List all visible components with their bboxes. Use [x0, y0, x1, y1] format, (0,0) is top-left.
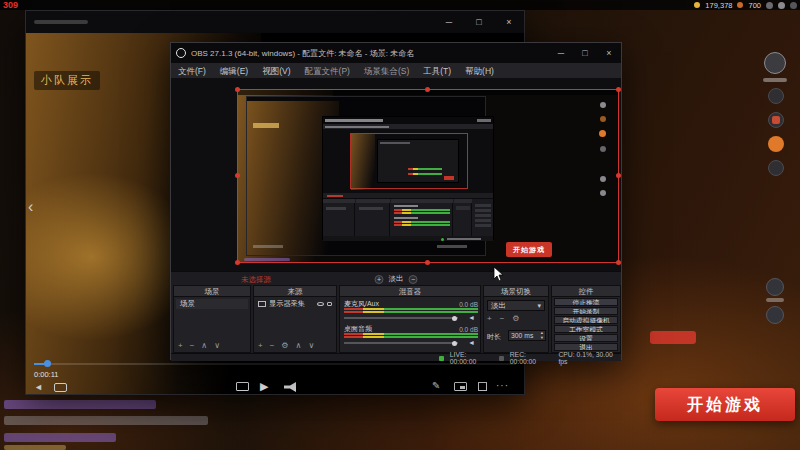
nested2-canvas — [350, 133, 468, 189]
menu-file[interactable]: 文件(F) — [171, 63, 213, 79]
canvas-handle[interactable] — [616, 260, 621, 265]
mixer-ch2-knob[interactable] — [452, 341, 457, 346]
edit-icon[interactable]: ✎ — [432, 381, 440, 391]
menu-tools[interactable]: 工具(T) — [416, 63, 458, 79]
minus-icon[interactable]: − — [409, 275, 418, 284]
studio-mode-button[interactable]: 工作室模式 — [554, 325, 618, 333]
plus-icon[interactable]: + — [178, 341, 183, 351]
obs-preview-area[interactable]: 开始游戏 — [171, 79, 621, 271]
fullscreen-icon[interactable] — [478, 382, 487, 391]
down-icon[interactable]: ∨ — [214, 341, 220, 351]
canvas-handle[interactable] — [425, 260, 430, 265]
close-icon[interactable]: × — [494, 11, 524, 33]
close-icon[interactable]: × — [597, 43, 621, 63]
plus-icon[interactable]: + — [375, 275, 384, 284]
play-icon[interactable]: ▶ — [260, 381, 268, 392]
rank-icon[interactable] — [768, 88, 784, 104]
treasure-icon[interactable] — [766, 278, 784, 296]
scene-list-item[interactable]: 场景 — [176, 299, 248, 309]
scenes-dock-title[interactable]: 场景 — [174, 286, 250, 297]
duration-spinbox[interactable]: 300 ms ▴ ▾ — [508, 330, 546, 341]
nested-dock-header — [323, 199, 355, 203]
no-source-label: 未选择源 — [241, 275, 271, 285]
minimize-icon[interactable]: ─ — [549, 43, 573, 63]
mixer-ch2-slider[interactable] — [344, 342, 458, 344]
player-window-controls: ─ □ × — [434, 11, 524, 33]
mixer-ch1-knob[interactable] — [452, 316, 457, 321]
virtual-camera-button[interactable]: 启动虚拟摄像机 — [554, 316, 618, 324]
treasure-label — [766, 298, 784, 302]
nested-preview-canvas[interactable]: 开始游戏 — [237, 89, 619, 263]
gear-icon[interactable]: ⚙ — [281, 341, 288, 351]
more-icon[interactable]: ··· — [496, 381, 509, 391]
lock-icon[interactable] — [327, 302, 332, 306]
mini-player-icon[interactable] — [454, 382, 467, 391]
nested-live-dot — [441, 238, 444, 241]
plus-icon[interactable]: + — [258, 341, 263, 351]
minus-icon[interactable]: − — [270, 341, 275, 351]
minus-icon[interactable]: − — [190, 341, 195, 351]
exit-button[interactable]: 退出 — [554, 343, 618, 351]
danmaku-icon[interactable] — [54, 383, 67, 392]
maximize-icon[interactable]: □ — [464, 11, 494, 33]
transition-select[interactable]: 淡出 ▾ — [487, 300, 545, 311]
start-recording-button[interactable]: 开始录制 — [554, 307, 618, 315]
promo-badge[interactable] — [650, 331, 696, 344]
nested-chat-blur — [244, 258, 290, 261]
nested-rail-avatar — [600, 102, 606, 108]
quick-transition-label[interactable]: 淡出 — [389, 274, 404, 284]
backpack-icon[interactable] — [766, 306, 784, 324]
gear-icon[interactable]: ⚙ — [512, 314, 519, 323]
spin-down-icon[interactable]: ▾ — [541, 336, 543, 341]
up-icon[interactable]: ∧ — [296, 341, 302, 351]
canvas-handle[interactable] — [235, 260, 240, 265]
up-icon[interactable]: ∧ — [201, 341, 207, 351]
transitions-dock-title[interactable]: 场景切换 — [484, 286, 548, 297]
minus-icon[interactable]: − — [500, 314, 505, 323]
rec-dot-icon — [499, 356, 504, 361]
eye-icon[interactable] — [317, 302, 324, 306]
controls-dock-title[interactable]: 控件 — [552, 286, 620, 297]
canvas-handle[interactable] — [616, 173, 621, 178]
source-list-item[interactable]: 显示器采集 — [256, 299, 334, 309]
menu-profile[interactable]: 配置文件(P) — [298, 63, 357, 79]
share-screen-icon[interactable] — [236, 382, 249, 391]
mini-avatar[interactable] — [778, 2, 785, 9]
nested-status-bar — [323, 236, 493, 241]
progress-track[interactable] — [34, 363, 516, 365]
down-icon[interactable]: ∨ — [308, 341, 314, 351]
settings-button[interactable]: 设置 — [554, 334, 618, 342]
maximize-icon[interactable]: □ — [573, 43, 597, 63]
canvas-handle[interactable] — [425, 87, 430, 92]
menu-view[interactable]: 视图(V) — [255, 63, 297, 79]
canvas-handle[interactable] — [235, 87, 240, 92]
nested-rail-icon — [600, 176, 606, 182]
speaker-icon[interactable]: ◄ — [468, 339, 475, 346]
progress-knob[interactable] — [44, 360, 51, 367]
minimize-icon[interactable]: ─ — [434, 11, 464, 33]
mini-avatar[interactable] — [790, 2, 797, 9]
mixer-dock-title[interactable]: 混音器 — [340, 286, 480, 297]
speaker-icon[interactable]: ◄ — [468, 314, 475, 321]
canvas-handle[interactable] — [235, 173, 240, 178]
streamer-avatar[interactable] — [764, 52, 786, 74]
flame-icon[interactable] — [768, 136, 784, 152]
menu-scene-collection[interactable]: 场景集合(S) — [357, 63, 416, 79]
nested-rail-icon — [600, 190, 606, 196]
volume-icon[interactable]: ◄ — [34, 383, 43, 392]
stop-streaming-button[interactable]: 停止推流 — [554, 298, 618, 306]
megaphone-icon[interactable] — [284, 382, 296, 392]
plus-icon[interactable]: + — [487, 314, 492, 323]
menu-edit[interactable]: 编辑(E) — [213, 63, 255, 79]
menu-help[interactable]: 帮助(H) — [458, 63, 501, 79]
scenes-dock: 场景 场景 + − ∧ ∨ — [173, 285, 251, 353]
mixer-ch1-slider[interactable] — [344, 317, 458, 319]
chevron-left-icon[interactable]: ‹ — [28, 199, 33, 215]
task-icon[interactable] — [768, 160, 784, 176]
canvas-handle[interactable] — [616, 87, 621, 92]
mini-avatar[interactable] — [766, 2, 773, 9]
transition-selected: 淡出 — [491, 301, 506, 311]
chat-message-blur — [4, 416, 208, 425]
sources-dock-title[interactable]: 来源 — [254, 286, 336, 297]
start-game-button[interactable]: 开始游戏 — [655, 388, 795, 421]
